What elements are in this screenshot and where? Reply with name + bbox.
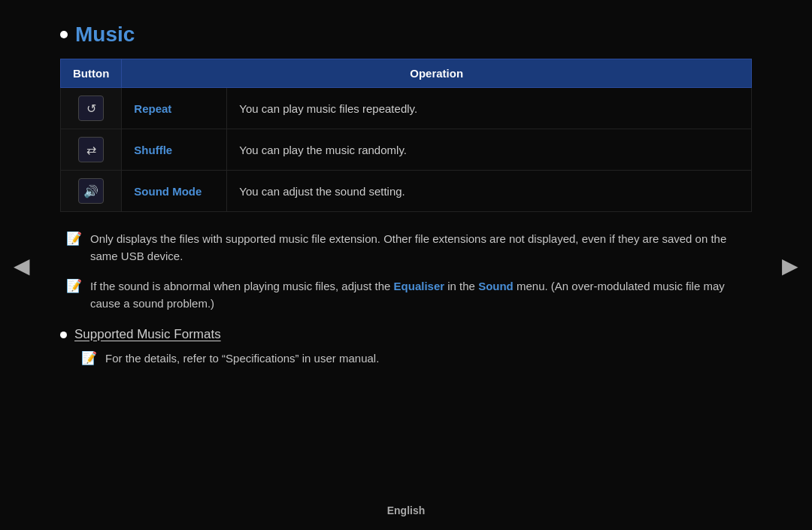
equaliser-link: Equaliser (394, 280, 445, 292)
note-1-text: Only displays the files with supported m… (90, 230, 752, 265)
language-label: English (387, 504, 426, 516)
footer-language: English (0, 504, 812, 516)
repeat-icon: ↺ (78, 95, 104, 121)
table-row: 🔊 Sound Mode You can adjust the sound se… (61, 171, 752, 212)
table-row: ↺ Repeat You can play music files repeat… (61, 88, 752, 129)
title-bullet (60, 31, 68, 38)
nav-next-arrow[interactable]: ▶ (782, 253, 798, 277)
note-icon-1: 📝 (66, 231, 83, 247)
page-title: Music (75, 23, 135, 47)
repeat-description: You can play music files repeatedly. (227, 88, 752, 129)
table-header-button: Button (61, 59, 122, 88)
table-row: ⇄ Shuffle You can play the music randoml… (61, 129, 752, 171)
note-1: 📝 Only displays the files with supported… (60, 230, 752, 265)
supported-formats-title-row: Supported Music Formats (60, 327, 752, 342)
shuffle-btn-cell: ⇄ (61, 129, 122, 171)
sound-mode-description: You can adjust the sound setting. (227, 171, 752, 212)
supported-formats-note-row: 📝 For the details, refer to “Specificati… (60, 350, 752, 367)
note-2: 📝 If the sound is abnormal when playing … (60, 277, 752, 313)
repeat-label: Repeat (122, 88, 227, 129)
nav-prev-arrow[interactable]: ◀ (14, 253, 30, 277)
table-header-operation: Operation (122, 59, 752, 88)
shuffle-description: You can play the music randomly. (227, 129, 752, 171)
note-icon-2: 📝 (66, 278, 83, 295)
supported-formats-section: Supported Music Formats 📝 For the detail… (60, 327, 752, 367)
sound-mode-btn-cell: 🔊 (61, 171, 122, 212)
shuffle-icon: ⇄ (78, 137, 104, 162)
repeat-btn-cell: ↺ (61, 88, 122, 129)
supported-formats-bullet (60, 332, 67, 338)
page-container: Music Button Operation ↺ Repeat You can … (0, 0, 812, 530)
note-2-text: If the sound is abnormal when playing mu… (90, 277, 752, 313)
supported-formats-note-icon: 📝 (81, 350, 98, 367)
sound-mode-label: Sound Mode (122, 171, 227, 212)
supported-formats-title: Supported Music Formats (74, 327, 221, 342)
shuffle-label: Shuffle (122, 129, 227, 171)
music-controls-table: Button Operation ↺ Repeat You can play m… (60, 59, 752, 212)
section-title: Music (60, 23, 752, 47)
sound-link: Sound (478, 280, 514, 292)
supported-formats-note-text: For the details, refer to “Specification… (105, 350, 379, 367)
sound-mode-icon: 🔊 (78, 178, 104, 204)
